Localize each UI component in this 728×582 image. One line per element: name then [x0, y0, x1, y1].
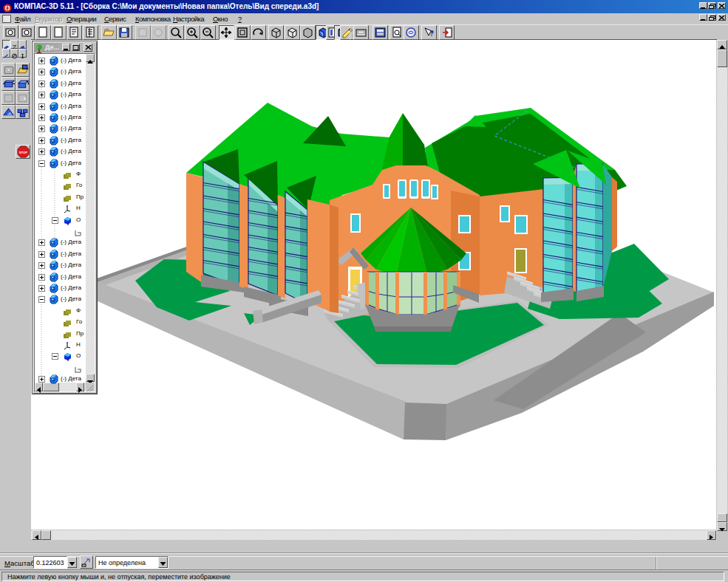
svg-text:STOP: STOP: [19, 151, 28, 154]
svg-text:?: ?: [429, 30, 434, 38]
